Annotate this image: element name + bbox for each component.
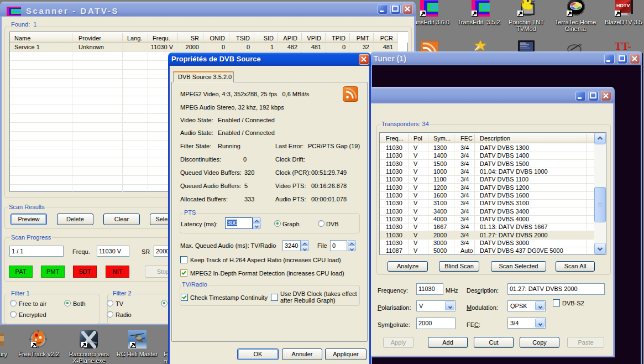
- svg-text:TT-: TT-: [615, 41, 631, 51]
- svg-text:HDTV: HDTV: [616, 3, 630, 8]
